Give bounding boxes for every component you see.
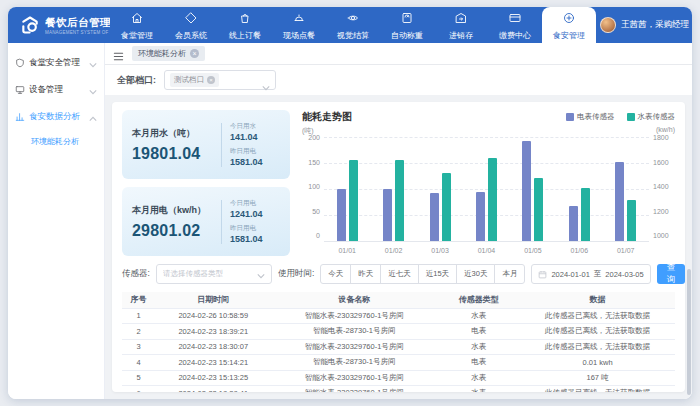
nav-item-label: 食安管理 <box>553 30 585 41</box>
sidebar-item-食堂安全管理[interactable]: 食堂安全管理 <box>8 49 104 76</box>
chart-bars <box>324 137 649 241</box>
divider <box>221 200 222 244</box>
nav-item-label: 自动称重 <box>391 30 423 41</box>
stat-title: 本月用电（kw/h） <box>132 204 213 217</box>
legend-item-水表传感器[interactable]: 水表传感器 <box>627 112 676 122</box>
app-window: 餐饮后台管理系统 MANAGEMENT SYSTEM OF SMART CANT… <box>8 7 692 399</box>
foodsafe-icon <box>563 10 575 28</box>
search-button[interactable]: 查询 <box>657 264 685 284</box>
tab-close-icon[interactable]: × <box>190 49 199 58</box>
weigh-icon <box>401 10 413 28</box>
chart-legend: 电表传感器水表传感器 <box>566 112 675 122</box>
quick-range-今天[interactable]: 今天 <box>320 264 351 284</box>
stall-tag-close-icon[interactable]: × <box>207 76 215 84</box>
sidebar-item-label: 设备管理 <box>29 84 85 96</box>
bar-水表传感器 <box>442 173 451 241</box>
chevron-up-icon <box>89 114 97 120</box>
divider <box>221 123 222 167</box>
stat-value: 19801.04 <box>132 145 213 163</box>
tab-label: 环境能耗分析 <box>138 48 186 59</box>
calendar-icon <box>538 270 547 279</box>
quick-range-本月[interactable]: 本月 <box>494 264 525 284</box>
nav-item-视觉结算[interactable]: 视觉结算 <box>326 7 380 43</box>
x-tick: 01/01 <box>338 247 356 254</box>
nav-item-label: 视觉结算 <box>337 30 369 41</box>
nav-item-自动称重[interactable]: 自动称重 <box>380 7 434 43</box>
stall-select[interactable]: 测试档口 × <box>164 70 276 90</box>
axis-tick: 100 <box>302 183 320 190</box>
table-cell: 2 <box>122 324 155 340</box>
quick-range-近15天[interactable]: 近15天 <box>418 264 457 284</box>
search-button-label: 查询 <box>667 262 676 286</box>
nav-item-label: 食堂管理 <box>121 30 153 41</box>
collapse-menu-icon[interactable] <box>113 48 124 59</box>
sidebar-subitem-环境能耗分析[interactable]: 环境能耗分析 <box>8 130 104 153</box>
table-cell: 此传感器已离线，无法获取数据 <box>520 339 675 355</box>
table-cell: 水表 <box>437 370 520 386</box>
table-cell: 2024-02-26 10:58:59 <box>155 308 271 324</box>
quick-range-近30天[interactable]: 近30天 <box>456 264 495 284</box>
nav-item-食堂管理[interactable]: 食堂管理 <box>110 7 164 43</box>
nav-item-现场点餐[interactable]: 现场点餐 <box>272 7 326 43</box>
bar-电表传感器 <box>337 189 346 241</box>
table-cell: 此传感器已离线，无法获取数据 <box>520 324 675 340</box>
stats-column: 本月用水（吨） 19801.04 今日用水 141.04昨日用电 1581.04… <box>122 110 290 256</box>
legend-item-电表传感器[interactable]: 电表传感器 <box>566 112 615 122</box>
table-cell: 水表 <box>437 339 520 355</box>
table-cell: 1 <box>122 308 155 324</box>
nav-item-label: 线上订餐 <box>229 30 261 41</box>
chart-icon <box>15 112 25 122</box>
nav-item-会员系统[interactable]: 会员系统 <box>164 7 218 43</box>
table-body: 12024-02-26 10:58:59智能水表-230329760-1号房间水… <box>122 308 675 392</box>
table-cell: 电表 <box>437 355 520 371</box>
quick-range-昨天[interactable]: 昨天 <box>350 264 381 284</box>
bar-group-01/02 <box>383 137 404 241</box>
sensor-type-select[interactable]: 请选择传感器类型 <box>156 264 272 284</box>
query-filter-row: 传感器: 请选择传感器类型 使用时间: 今天昨天近七天近15天近30天本月 <box>122 264 675 284</box>
table-cell: 智能水表-230329760-1号房间 <box>271 308 437 324</box>
date-range-picker[interactable]: 2024-01-01 至 2024-03-05 <box>531 264 650 284</box>
nav-item-线上订餐[interactable]: 线上订餐 <box>218 7 272 43</box>
bar-水表传感器 <box>349 160 358 241</box>
sidebar-item-设备管理[interactable]: 设备管理 <box>8 76 104 103</box>
table-cell: 智能水表-230329760-1号房间 <box>271 339 437 355</box>
sidebar-item-食安数据分析[interactable]: 食安数据分析 <box>8 103 104 130</box>
x-tick: 01/02 <box>385 247 403 254</box>
app-logo-icon <box>20 15 40 35</box>
stat-detail-value: 141.04 <box>230 132 280 142</box>
user-area[interactable]: 王茜茜，采购经理 <box>596 7 692 43</box>
sidebar: 食堂安全管理设备管理食安数据分析环境能耗分析 <box>8 43 105 399</box>
axis-tick: 1400 <box>653 183 675 190</box>
tab-environment-energy[interactable]: 环境能耗分析 × <box>132 46 205 61</box>
nav-item-label: 现场点餐 <box>283 30 315 41</box>
table-row: 62024-02-22 18:38:41智能水表-230329760-1号房间水… <box>122 386 675 393</box>
bar-电表传感器 <box>430 193 439 241</box>
table-cell: 智能水表-230329760-1号房间 <box>271 386 437 393</box>
table-header-row: 序号日期时间设备名称传感器类型数据 <box>122 292 675 308</box>
table-cell: 智能电表-28730-1号房间 <box>271 324 437 340</box>
app-subtitle: MANAGEMENT SYSTEM OF SMART CANTEEN <box>45 30 110 35</box>
table-header-cell: 日期时间 <box>155 292 271 308</box>
vision-icon <box>347 10 359 28</box>
nav-item-缴费中心[interactable]: 缴费中心 <box>488 7 542 43</box>
top-header: 餐饮后台管理系统 MANAGEMENT SYSTEM OF SMART CANT… <box>8 7 692 43</box>
table-header-cell: 数据 <box>520 292 675 308</box>
stat-detail-label: 今日用水 <box>230 122 280 131</box>
bar-group-01/04 <box>476 137 497 241</box>
quick-range-近七天[interactable]: 近七天 <box>380 264 419 284</box>
avatar <box>600 17 616 33</box>
axis-tick: 1200 <box>653 208 675 215</box>
sensor-filter-label: 传感器: <box>122 268 150 280</box>
scrollbar-thumb[interactable] <box>687 269 691 395</box>
bar-水表传感器 <box>395 160 404 241</box>
chevron-down-icon <box>257 271 265 277</box>
table-cell: 5 <box>122 370 155 386</box>
table-cell: 2024-02-23 15:14:21 <box>155 355 271 371</box>
bar-电表传感器 <box>383 189 392 241</box>
bar-group-01/03 <box>430 137 451 241</box>
bar-group-01/06 <box>569 137 590 241</box>
table-cell: 0.01 kwh <box>520 355 675 371</box>
inventory-icon <box>455 10 467 28</box>
nav-item-进销存[interactable]: 进销存 <box>434 7 488 43</box>
nav-item-食安管理[interactable]: 食安管理 <box>542 7 596 43</box>
